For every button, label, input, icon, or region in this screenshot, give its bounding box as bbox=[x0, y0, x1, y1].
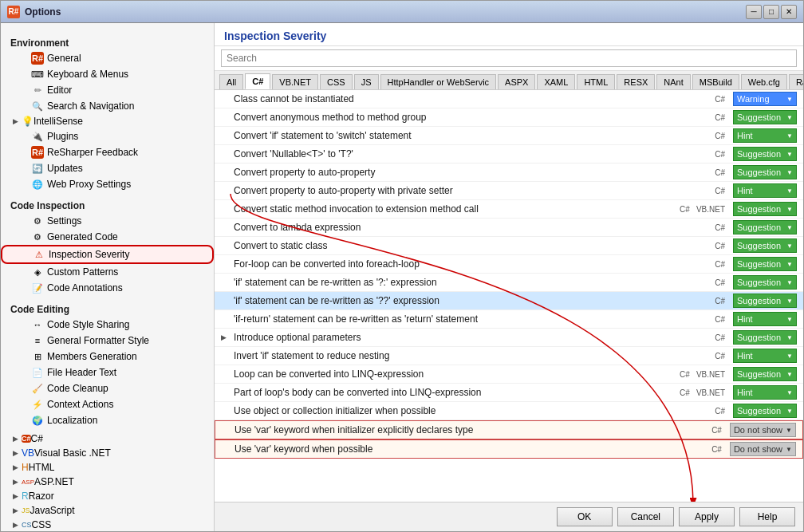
severity-dropdown[interactable]: Suggestion ▼ bbox=[733, 330, 797, 345]
tab-all[interactable]: All bbox=[219, 74, 243, 89]
table-row[interactable]: Convert 'if' statement to 'switch' state… bbox=[215, 127, 803, 145]
severity-dropdown[interactable]: Warning ▼ bbox=[733, 92, 797, 106]
tab-vbnet[interactable]: VB.NET bbox=[272, 74, 318, 89]
table-row[interactable]: Convert anonymous method to method group… bbox=[215, 108, 803, 127]
sidebar-item-html[interactable]: ▶ H HTML bbox=[1, 460, 214, 475]
sidebar-item-aspnet[interactable]: ▶ ASP ASP.NET bbox=[1, 475, 214, 489]
tab-html[interactable]: HTML bbox=[577, 74, 615, 89]
close-button[interactable]: ✕ bbox=[781, 5, 797, 19]
severity-dropdown[interactable]: Hint ▼ bbox=[733, 385, 797, 400]
table-row[interactable]: ▶ Introduce optional parameters C# Sugge… bbox=[215, 329, 803, 347]
table-row[interactable]: 'if-return' statement can be re-written … bbox=[215, 310, 803, 329]
tab-httphandler[interactable]: HttpHandler or WebServic bbox=[380, 74, 497, 89]
javascript-expander[interactable]: ▶ bbox=[10, 506, 20, 515]
tab-js[interactable]: JS bbox=[354, 74, 379, 89]
tab-webcfg[interactable]: Web.cfg bbox=[741, 74, 787, 89]
sidebar-item-inspection-severity[interactable]: ⚠ Inspection Severity bbox=[1, 245, 214, 264]
row-expander-triangle[interactable]: ▶ bbox=[221, 333, 231, 341]
intellisense-expander[interactable]: ▶ bbox=[10, 116, 20, 126]
maximize-button[interactable]: □ bbox=[763, 5, 779, 19]
table-row[interactable]: Loop can be converted into LINQ-expressi… bbox=[215, 365, 803, 384]
severity-dropdown[interactable]: Hint ▼ bbox=[733, 349, 797, 363]
sidebar-item-search-navigation[interactable]: 🔍 Search & Navigation bbox=[1, 98, 214, 114]
sidebar-item-code-style-sharing[interactable]: ↔ Code Style Sharing bbox=[1, 317, 214, 333]
sidebar-item-editor[interactable]: ✏ Editor bbox=[1, 82, 214, 98]
severity-dropdown[interactable]: Suggestion ▼ bbox=[733, 367, 797, 381]
table-row[interactable]: Convert property to auto-property C# Sug… bbox=[215, 164, 803, 182]
csharp-expander[interactable]: ▶ bbox=[10, 434, 20, 443]
severity-dropdown[interactable]: Suggestion ▼ bbox=[733, 404, 797, 418]
severity-dropdown[interactable]: Suggestion ▼ bbox=[733, 257, 797, 271]
sidebar-item-updates[interactable]: 🔄 Updates bbox=[1, 160, 214, 176]
row-tags: C# VB.NET bbox=[678, 370, 727, 379]
sidebar-item-settings[interactable]: ⚙ Settings bbox=[1, 213, 214, 229]
severity-dropdown[interactable]: Suggestion ▼ bbox=[733, 202, 797, 216]
severity-dropdown[interactable]: Hint ▼ bbox=[733, 312, 797, 326]
minimize-button[interactable]: ─ bbox=[746, 5, 762, 19]
help-button[interactable]: Help bbox=[739, 507, 795, 526]
table-row[interactable]: 'if' statement can be re-written as '?:'… bbox=[215, 274, 803, 292]
table-row[interactable]: Convert to static class C# Suggestion ▼ bbox=[215, 237, 803, 255]
tab-resx[interactable]: RESX bbox=[617, 74, 655, 89]
severity-dropdown[interactable]: Suggestion ▼ bbox=[733, 294, 797, 308]
sidebar-item-code-annotations[interactable]: 📝 Code Annotations bbox=[1, 280, 214, 296]
sidebar-item-vbnet[interactable]: ▶ VB Visual Basic .NET bbox=[1, 446, 214, 460]
severity-dropdown[interactable]: Suggestion ▼ bbox=[733, 165, 797, 179]
search-input[interactable] bbox=[221, 49, 797, 67]
tab-aspx[interactable]: ASPX bbox=[498, 74, 535, 89]
razor-expander[interactable]: ▶ bbox=[10, 491, 20, 501]
sidebar-item-context-actions[interactable]: ⚡ Context Actions bbox=[1, 396, 214, 412]
table-row[interactable]: For-loop can be converted into foreach-l… bbox=[215, 255, 803, 274]
ok-button[interactable]: OK bbox=[557, 507, 613, 526]
severity-dropdown[interactable]: Do not show ▼ bbox=[730, 423, 796, 437]
table-row-donotshow-1[interactable]: Use 'var' keyword when initializer expli… bbox=[215, 420, 803, 439]
tab-csharp[interactable]: C# bbox=[245, 73, 270, 89]
sidebar-item-csharp[interactable]: ▶ C# C# bbox=[1, 432, 214, 446]
sidebar-item-razor[interactable]: ▶ R Razor bbox=[1, 489, 214, 503]
aspnet-expander[interactable]: ▶ bbox=[10, 477, 20, 487]
sidebar-item-keyboard[interactable]: ⌨ Keyboard & Menus bbox=[1, 66, 214, 82]
sidebar-item-generated-code[interactable]: ⚙ Generated Code bbox=[1, 229, 214, 245]
severity-dropdown[interactable]: Do not show ▼ bbox=[730, 442, 796, 456]
table-row[interactable]: Convert 'Nullable<T>' to 'T?' C# Suggest… bbox=[215, 145, 803, 164]
severity-dropdown[interactable]: Hint ▼ bbox=[733, 128, 797, 143]
table-row[interactable]: Invert 'if' statement to reduce nesting … bbox=[215, 347, 803, 365]
apply-button[interactable]: Apply bbox=[679, 507, 735, 526]
tab-nant[interactable]: NAnt bbox=[656, 74, 690, 89]
sidebar-item-proxy[interactable]: 🌐 Web Proxy Settings bbox=[1, 176, 214, 192]
sidebar-item-members-generation[interactable]: ⊞ Members Generation bbox=[1, 349, 214, 365]
table-row[interactable]: Convert to lambda expression C# Suggesti… bbox=[215, 219, 803, 237]
sidebar-item-file-header[interactable]: 📄 File Header Text bbox=[1, 365, 214, 380]
tab-razor[interactable]: Razo bbox=[789, 74, 803, 89]
sidebar-item-feedback[interactable]: R# ReSharper Feedback bbox=[1, 144, 214, 160]
table-row[interactable]: Class cannot be instantiated C# Warning … bbox=[215, 90, 803, 108]
sidebar-item-javascript[interactable]: ▶ JS JavaScript bbox=[1, 503, 214, 518]
css-expander[interactable]: ▶ bbox=[10, 520, 20, 530]
severity-dropdown[interactable]: Suggestion ▼ bbox=[733, 110, 797, 124]
sidebar-item-custom-patterns[interactable]: ◈ Custom Patterns bbox=[1, 264, 214, 280]
sidebar-item-general[interactable]: R# General bbox=[1, 50, 214, 66]
table-row[interactable]: Use object or collection initializer whe… bbox=[215, 402, 803, 420]
sidebar-item-css[interactable]: ▶ CS CSS bbox=[1, 518, 214, 531]
severity-dropdown[interactable]: Suggestion ▼ bbox=[733, 220, 797, 234]
severity-dropdown[interactable]: Suggestion ▼ bbox=[733, 275, 797, 290]
sidebar-item-localization[interactable]: 🌍 Localization bbox=[1, 412, 214, 428]
severity-dropdown[interactable]: Hint ▼ bbox=[733, 183, 797, 198]
severity-dropdown[interactable]: Suggestion ▼ bbox=[733, 147, 797, 161]
table-row[interactable]: Convert static method invocation to exte… bbox=[215, 200, 803, 219]
tab-msbuild[interactable]: MSBuild bbox=[692, 74, 739, 89]
sidebar-item-general-formatter[interactable]: ≡ General Formatter Style bbox=[1, 333, 214, 349]
cancel-button[interactable]: Cancel bbox=[617, 507, 674, 526]
table-row[interactable]: Convert property to auto-property with p… bbox=[215, 182, 803, 200]
table-row-highlighted[interactable]: 'if' statement can be re-written as '??'… bbox=[215, 292, 803, 310]
severity-dropdown[interactable]: Suggestion ▼ bbox=[733, 238, 797, 253]
tab-xaml[interactable]: XAML bbox=[537, 74, 575, 89]
table-row-donotshow-2[interactable]: Use 'var' keyword when possible C# Do no… bbox=[215, 439, 803, 459]
tab-css[interactable]: CSS bbox=[320, 74, 353, 89]
sidebar-item-intellisense[interactable]: ▶ 💡 IntelliSense bbox=[1, 114, 214, 128]
table-row[interactable]: Part of loop's body can be converted int… bbox=[215, 384, 803, 402]
sidebar-item-code-cleanup[interactable]: 🧹 Code Cleanup bbox=[1, 380, 214, 396]
sidebar-item-plugins[interactable]: 🔌 Plugins bbox=[1, 128, 214, 144]
vbnet-expander[interactable]: ▶ bbox=[10, 448, 20, 458]
html-expander[interactable]: ▶ bbox=[10, 463, 20, 472]
